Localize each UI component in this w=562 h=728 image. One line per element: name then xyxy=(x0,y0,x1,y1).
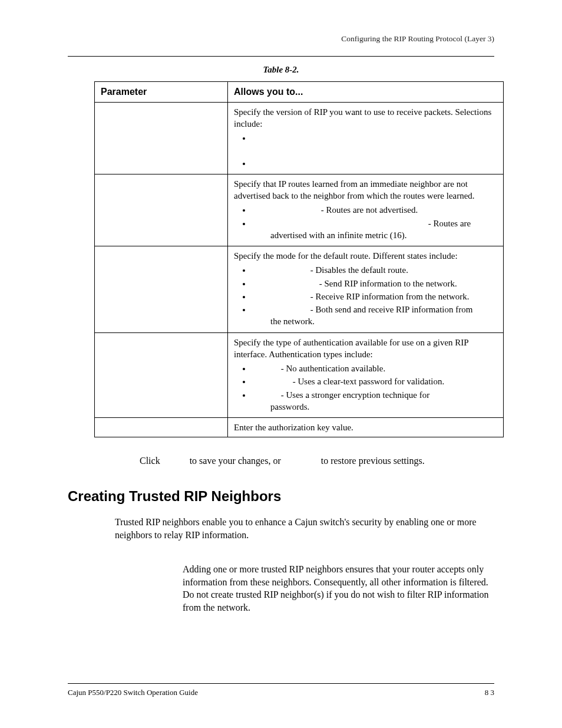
list-text: - Disables the default route. xyxy=(308,265,408,275)
step-a: Click xyxy=(140,456,163,466)
param-cell xyxy=(95,102,228,174)
parameter-table: Parameter Allows you to... Specify the v… xyxy=(94,81,504,437)
table-header-row: Parameter Allows you to... xyxy=(95,82,504,103)
desc-cell: Specify the type of authentication avail… xyxy=(228,332,504,418)
desc-lead: Specify the version of RIP you want to u… xyxy=(234,107,491,129)
running-header: Configuring the RIP Routing Protocol (La… xyxy=(341,34,494,44)
list-item: - Routes are not advertised. xyxy=(252,204,497,216)
desc-cell: Specify the version of RIP you want to u… xyxy=(228,102,504,174)
page: Configuring the RIP Routing Protocol (La… xyxy=(0,0,562,728)
desc-cell: Enter the authorization key value. xyxy=(228,418,504,437)
step-b: to save your changes, or xyxy=(190,456,283,466)
table-row: Specify the type of authentication avail… xyxy=(95,332,504,418)
table-row: Enter the authorization key value. xyxy=(95,418,504,437)
desc-lead: Specify that IP routes learned from an i… xyxy=(234,179,475,200)
desc-lead: Specify the type of authentication avail… xyxy=(234,338,468,359)
list-item: - Uses a stronger encryption technique f… xyxy=(252,389,497,413)
footer-left: Cajun P550/P220 Switch Operation Guide xyxy=(68,688,198,697)
list-item: - Disables the default route. xyxy=(252,264,497,276)
desc-list: - No authentication available. - Uses a … xyxy=(234,363,497,413)
list-text-cont: passwords. xyxy=(255,401,497,413)
list-text: - No authentication available. xyxy=(279,364,385,373)
list-text-cont: advertised with an infinite metric (16). xyxy=(255,229,497,241)
desc-list: - Routes are not advertised. - Routes ar… xyxy=(234,204,497,241)
list-item: - Uses a clear-text password for validat… xyxy=(252,375,497,387)
section-note: Adding one or more trusted RIP neighbors… xyxy=(183,563,491,614)
col-allows: Allows you to... xyxy=(228,82,504,103)
list-text: - Uses a stronger encryption technique f… xyxy=(279,390,429,400)
desc-cell: Specify the mode for the default route. … xyxy=(228,246,504,333)
step-text: Click to save your changes, or to restor… xyxy=(140,456,491,466)
list-text: - Receive RIP information from the netwo… xyxy=(308,292,470,301)
footer-right: 8 3 xyxy=(485,688,494,697)
param-cell xyxy=(95,332,228,418)
list-item: - Receive RIP information from the netwo… xyxy=(252,291,497,302)
table-row: Specify that IP routes learned from an i… xyxy=(95,174,504,246)
desc-cell: Specify that IP routes learned from an i… xyxy=(228,174,504,246)
list-text: - Send RIP information to the network. xyxy=(317,279,457,288)
section-intro: Trusted RIP neighbors enable you to enha… xyxy=(115,516,494,541)
list-item: - Send RIP information to the network. xyxy=(252,278,497,289)
list-text: - Routes are not advertised. xyxy=(319,205,418,215)
list-item: - Both send and receive RIP information … xyxy=(252,304,497,328)
table-caption: Table 8-2. xyxy=(0,65,562,75)
param-cell xyxy=(95,246,228,333)
desc-list xyxy=(234,132,497,169)
list-text: - Both send and receive RIP information … xyxy=(308,305,472,314)
table-row: Specify the version of RIP you want to u… xyxy=(95,102,504,174)
list-text: - Routes are xyxy=(426,219,471,228)
list-item xyxy=(252,132,497,156)
header-rule xyxy=(68,56,494,57)
list-item: - Routes are advertised with an infinite… xyxy=(252,218,497,242)
desc-list: - Disables the default route. - Send RIP… xyxy=(234,264,497,327)
param-cell xyxy=(95,174,228,246)
desc-lead: Enter the authorization key value. xyxy=(234,423,353,432)
list-item: - No authentication available. xyxy=(252,363,497,374)
list-text-cont: the network. xyxy=(255,315,497,327)
list-text: - Uses a clear-text password for validat… xyxy=(290,377,444,386)
list-item xyxy=(252,157,497,169)
step-c: to restore previous settings. xyxy=(321,456,425,466)
section-heading: Creating Trusted RIP Neighbors xyxy=(68,488,281,505)
table-row: Specify the mode for the default route. … xyxy=(95,246,504,333)
footer-rule xyxy=(68,683,494,684)
col-parameter: Parameter xyxy=(95,82,228,103)
desc-lead: Specify the mode for the default route. … xyxy=(234,251,458,261)
param-cell xyxy=(95,418,228,437)
